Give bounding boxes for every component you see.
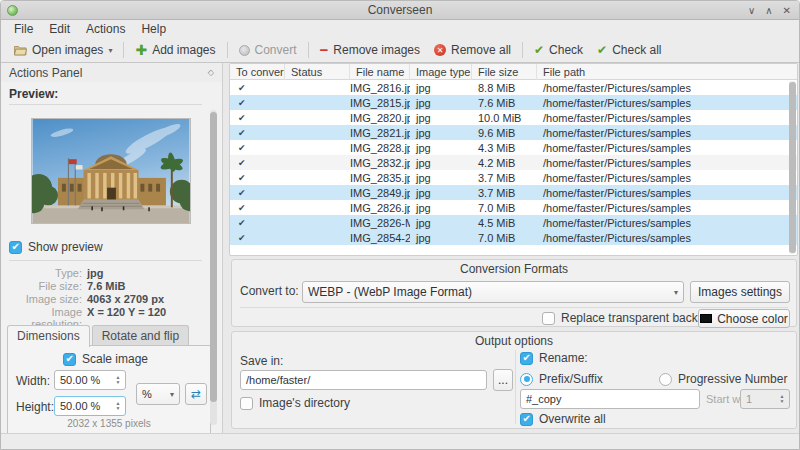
tab-dimensions[interactable]: Dimensions xyxy=(7,325,90,347)
row-file-path: /home/faster/Pictures/samples xyxy=(537,202,797,214)
check-button[interactable]: ✔ Check xyxy=(527,41,590,59)
table-row[interactable]: ✔ IMG_2835.jpg jpg 3.7 MiB /home/faster/… xyxy=(230,170,797,185)
toolbar-separator xyxy=(123,42,124,58)
format-combobox[interactable]: WEBP - (WebP Image Format) ▾ xyxy=(302,281,684,303)
row-checked-icon[interactable]: ✔ xyxy=(230,173,285,183)
checkbox-icon xyxy=(240,397,253,410)
table-row[interactable]: ✔ IMG_2828.jpg jpg 4.3 MiB /home/faster/… xyxy=(230,140,797,155)
divider xyxy=(9,260,202,261)
row-checked-icon[interactable]: ✔ xyxy=(230,98,285,108)
spinner-arrows-icon[interactable]: ▲▼ xyxy=(111,401,125,411)
window-title: Converseen xyxy=(1,3,799,17)
column-file-name[interactable]: File name xyxy=(350,64,410,80)
table-row[interactable]: ✔ IMG_2820.jpg jpg 10.0 MiB /home/faster… xyxy=(230,110,797,125)
format-value: WEBP - (WebP Image Format) xyxy=(308,285,670,299)
column-file-path[interactable]: File path xyxy=(537,64,797,80)
row-checked-icon[interactable]: ✔ xyxy=(230,158,285,168)
table-row[interactable]: ✔ IMG_2816.jpg jpg 8.8 MiB /home/faster/… xyxy=(230,80,797,95)
row-file-path: /home/faster/Pictures/samples xyxy=(537,97,797,109)
progressive-number-radio[interactable]: Progressive Number xyxy=(659,372,787,386)
scale-image-checkbox[interactable]: Scale image xyxy=(63,352,148,366)
column-image-type[interactable]: Image type xyxy=(410,64,472,80)
save-in-value: /home/faster/ xyxy=(246,374,310,386)
checkbox-icon xyxy=(63,353,76,366)
actions-panel-body: Preview: xyxy=(1,82,222,433)
images-directory-checkbox[interactable]: Image's directory xyxy=(240,396,350,410)
add-icon: ✚ xyxy=(135,45,147,55)
actions-panel-title: Actions Panel xyxy=(9,66,82,80)
panel-scrollbar[interactable] xyxy=(210,110,217,425)
maximize-button[interactable]: ∧ xyxy=(765,6,772,16)
info-type-label: Type: xyxy=(1,267,87,279)
row-checked-icon[interactable]: ✔ xyxy=(230,143,285,153)
check-all-button[interactable]: ✔ Check all xyxy=(590,41,668,59)
rename-pattern-value: #_copy xyxy=(526,393,561,405)
table-row[interactable]: ✔ IMG_2815.jpg jpg 7.6 MiB /home/faster/… xyxy=(230,95,797,110)
remove-all-button[interactable]: ✕ Remove all xyxy=(427,41,518,59)
tab-rotate-flip[interactable]: Rotate and flip xyxy=(92,325,189,347)
row-checked-icon[interactable]: ✔ xyxy=(230,188,285,198)
table-row[interactable]: ✔ IMG_2849.jpg jpg 3.7 MiB /home/faster/… xyxy=(230,185,797,200)
row-file-path: /home/faster/Pictures/samples xyxy=(537,112,797,124)
row-file-path: /home/faster/Pictures/samples xyxy=(537,217,797,229)
divider xyxy=(240,307,788,308)
row-checked-icon[interactable]: ✔ xyxy=(230,83,285,93)
row-file-name: IMG_2835.jpg xyxy=(350,172,410,184)
table-row[interactable]: ✔ IMG_2832.jpg jpg 4.2 MiB /home/faster/… xyxy=(230,155,797,170)
choose-color-button[interactable]: Choose color xyxy=(698,309,790,328)
height-value: 50.00 % xyxy=(55,400,111,412)
row-file-name: IMG_2828.jpg xyxy=(350,142,410,154)
overwrite-all-checkbox[interactable]: Overwrite all xyxy=(520,412,606,426)
menu-help[interactable]: Help xyxy=(134,21,173,37)
table-row[interactable]: ✔ IMG_2821.jpg jpg 9.6 MiB /home/faster/… xyxy=(230,125,797,140)
float-panel-icon[interactable]: ◇ xyxy=(208,68,214,77)
table-scrollbar[interactable] xyxy=(789,81,796,254)
row-file-path: /home/faster/Pictures/samples xyxy=(537,232,797,244)
menu-actions[interactable]: Actions xyxy=(79,21,132,37)
rename-checkbox[interactable]: Rename: xyxy=(520,351,588,365)
row-image-type: jpg xyxy=(410,97,472,109)
row-image-type: jpg xyxy=(410,142,472,154)
spinner-arrows-icon[interactable]: ▲▼ xyxy=(111,375,125,385)
prefix-suffix-radio[interactable]: Prefix/Suffix xyxy=(520,372,603,386)
column-status[interactable]: Status xyxy=(285,64,350,80)
add-images-button[interactable]: ✚ Add images xyxy=(128,41,222,59)
show-preview-checkbox[interactable]: Show preview xyxy=(9,240,103,254)
row-checked-icon[interactable]: ✔ xyxy=(230,128,285,138)
menu-file[interactable]: File xyxy=(7,21,40,37)
table-row[interactable]: ✔ IMG_2826.jpg jpg 7.0 MiB /home/faster/… xyxy=(230,200,797,215)
browse-button[interactable]: ... xyxy=(493,369,513,391)
swap-dimensions-button[interactable]: ⇄ xyxy=(185,383,207,405)
scrollbar-thumb[interactable] xyxy=(789,82,796,253)
save-in-input[interactable]: /home/faster/ xyxy=(240,370,487,390)
row-file-path: /home/faster/Pictures/samples xyxy=(537,142,797,154)
minimize-button[interactable]: ∨ xyxy=(748,6,755,16)
row-checked-icon[interactable]: ✔ xyxy=(230,113,285,123)
convert-button[interactable]: Convert xyxy=(232,41,304,59)
row-checked-icon[interactable]: ✔ xyxy=(230,203,285,213)
rename-pattern-input[interactable]: #_copy xyxy=(520,389,700,409)
table-row[interactable]: ✔ IMG_2826-M... jpg 4.5 MiB /home/faster… xyxy=(230,215,797,230)
checkbox-icon xyxy=(542,312,555,325)
images-directory-label: Image's directory xyxy=(259,396,350,410)
toolbar-separator xyxy=(308,42,309,58)
close-button[interactable]: ✕ xyxy=(783,6,791,16)
row-file-name: IMG_2821.jpg xyxy=(350,127,410,139)
info-type: Type: jpg xyxy=(1,267,211,279)
open-images-button[interactable]: Open images ▾ xyxy=(7,41,119,59)
column-file-size[interactable]: File size xyxy=(472,64,537,80)
info-file-size-label: File size: xyxy=(1,280,87,292)
height-spinbox[interactable]: 50.00 % ▲▼ xyxy=(54,396,126,416)
row-checked-icon[interactable]: ✔ xyxy=(230,218,285,228)
row-checked-icon[interactable]: ✔ xyxy=(230,233,285,243)
menu-edit[interactable]: Edit xyxy=(42,21,77,37)
chevron-down-icon: ▾ xyxy=(108,46,112,55)
width-spinbox[interactable]: 50.00 % ▲▼ xyxy=(54,370,126,390)
images-settings-button[interactable]: Images settings xyxy=(690,281,790,303)
column-to-convert[interactable]: To convert xyxy=(230,64,285,80)
start-with-spinbox[interactable]: 1 ▲▼ xyxy=(740,389,790,409)
scrollbar-thumb[interactable] xyxy=(210,112,217,402)
remove-images-button[interactable]: − Remove images xyxy=(313,41,427,59)
unit-combobox[interactable]: % ▾ xyxy=(136,383,180,405)
table-row[interactable]: ✔ IMG_2854-2.j... jpg 7.0 MiB /home/fast… xyxy=(230,230,797,245)
